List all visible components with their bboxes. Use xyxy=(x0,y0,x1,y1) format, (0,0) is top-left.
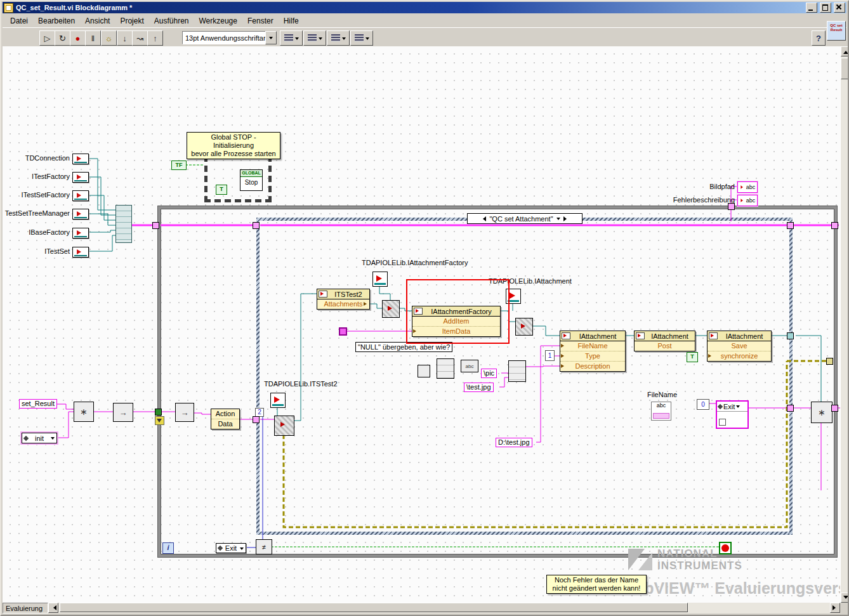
case-dropdown-icon[interactable] xyxy=(556,218,560,222)
shift-register-left[interactable] xyxy=(155,416,164,425)
build-path-node[interactable] xyxy=(437,358,454,379)
run-mode-status[interactable]: Evaluierung xyxy=(3,603,48,613)
numeric-constant-two[interactable]: 2 xyxy=(255,408,264,417)
maximize-button[interactable] xyxy=(820,3,831,13)
obtain-queue-node[interactable]: ∗ xyxy=(74,402,94,422)
menu-fenster[interactable]: Fenster xyxy=(242,15,279,27)
loop-tunnel-queue[interactable] xyxy=(155,409,162,416)
step-over-button[interactable]: ↝ xyxy=(132,30,148,46)
align-objects-dropdown[interactable] xyxy=(280,30,303,46)
bildpfad-indicator[interactable]: abc xyxy=(737,181,758,193)
step-into-button[interactable]: ↓ xyxy=(117,30,133,46)
property-node-iattachment[interactable]: IAttachment FileName Type Description xyxy=(560,331,626,372)
scroll-right-button[interactable] xyxy=(830,603,840,613)
refnum-terminal-tdconnection[interactable] xyxy=(72,154,89,164)
scroll-left-button[interactable] xyxy=(48,603,58,613)
title-bar[interactable]: QC_set_Result.vi Blockdiagramm * xyxy=(3,2,846,13)
loop-tunnel-error[interactable] xyxy=(826,358,833,365)
numeric-constant-one[interactable]: 1 xyxy=(545,350,555,361)
string-constant-pic[interactable]: \pic xyxy=(481,369,497,378)
filename-string-control[interactable]: abc xyxy=(651,402,671,421)
loop-tunnel-cluster-out[interactable] xyxy=(831,222,838,229)
horizontal-scroll-thumb[interactable] xyxy=(60,603,688,612)
case-tunnel-cluster-out[interactable] xyxy=(787,222,794,229)
variant-to-data-node[interactable] xyxy=(274,416,294,436)
refnum-terminal-ibasefactory[interactable] xyxy=(72,228,89,239)
to-more-specific-class-node[interactable] xyxy=(382,300,400,318)
boolean-tf-terminal[interactable]: TF xyxy=(171,161,187,170)
string-constant-testjpg[interactable]: \test.jpg xyxy=(464,383,494,392)
string-constant-dtestjpg[interactable]: D:\test.jpg xyxy=(496,438,532,447)
vi-icon-pane[interactable]: QC set Result xyxy=(827,21,846,41)
concatenate-strings-node[interactable] xyxy=(508,360,526,382)
menu-projekt[interactable]: Projekt xyxy=(115,15,148,27)
property-row-type[interactable]: Type xyxy=(560,351,625,362)
vertical-scrollbar[interactable] xyxy=(840,46,849,603)
minimize-button[interactable] xyxy=(806,3,817,13)
menu-datei[interactable]: Datei xyxy=(5,15,33,27)
not-equal-node[interactable]: ≠ xyxy=(256,539,272,554)
close-button[interactable] xyxy=(834,3,845,13)
menu-ausfuehren[interactable]: Ausführen xyxy=(149,15,194,27)
vertical-scroll-thumb[interactable] xyxy=(841,58,849,79)
loop-tunnel-indicator[interactable] xyxy=(728,203,735,210)
iteration-terminal[interactable]: i xyxy=(162,542,174,554)
menu-ansicht[interactable]: Ansicht xyxy=(80,15,115,27)
case-tunnel-data[interactable] xyxy=(253,416,260,423)
set-result-label[interactable]: set_Result xyxy=(19,399,57,409)
block-diagram-canvas[interactable]: NATIONAL INSTRUMENTS LabVIEW™ Evaluierun… xyxy=(3,46,840,603)
case-prev-icon[interactable] xyxy=(480,216,486,221)
exit-enum-frame[interactable]: Exit xyxy=(716,400,749,429)
horizontal-scroll-track[interactable] xyxy=(58,603,830,613)
property-row-attachments[interactable]: Attachments xyxy=(317,299,369,309)
reorder-objects-dropdown[interactable] xyxy=(350,30,373,46)
highlight-execution-button[interactable]: ☼ xyxy=(101,30,117,46)
red-highlight-rectangle[interactable] xyxy=(406,279,510,344)
dequeue-node[interactable]: → xyxy=(175,403,194,422)
bundle-node-action-data[interactable]: Action Data xyxy=(211,409,240,429)
invoke-node-save[interactable]: IAttachment Save synchronize xyxy=(707,331,772,362)
empty-string-terminal[interactable] xyxy=(339,327,347,336)
case-tunnel-string[interactable] xyxy=(787,405,794,412)
exit-enum[interactable]: Exit xyxy=(717,402,747,412)
property-row-filename[interactable]: FileName xyxy=(560,341,625,351)
refnum-terminal-testsettreemanager[interactable] xyxy=(72,209,89,220)
run-continuous-button[interactable]: ↻ xyxy=(55,30,70,46)
case-selector-label[interactable]: "QC set Attachment" xyxy=(467,213,582,224)
true-constant-synchronize[interactable]: T xyxy=(687,352,698,362)
build-array-node[interactable] xyxy=(115,205,132,243)
abort-button[interactable]: ● xyxy=(70,30,86,46)
to-string-node[interactable]: abc xyxy=(461,360,478,372)
enum-dropdown-icon[interactable] xyxy=(51,437,55,442)
exit-enum-constant-bottom[interactable]: Exit xyxy=(216,543,246,553)
enum-dropdown-icon[interactable] xyxy=(736,405,740,410)
release-queue-node[interactable]: ∗ xyxy=(811,402,833,423)
name-bug-note[interactable]: Noch Fehler das der Name nicht geändert … xyxy=(546,575,647,594)
font-settings-arrow[interactable] xyxy=(265,31,277,44)
case-tunnel-refnum[interactable] xyxy=(787,332,794,339)
class-cube-iattachmentfactory[interactable] xyxy=(372,272,388,287)
menu-hilfe[interactable]: Hilfe xyxy=(279,15,304,27)
resize-objects-dropdown[interactable] xyxy=(327,30,350,46)
refnum-terminal-itestsetfactory[interactable] xyxy=(72,190,89,201)
menu-werkzeuge[interactable]: Werkzeuge xyxy=(194,15,242,27)
init-enum-constant[interactable]: init xyxy=(22,433,57,443)
global-stop-note[interactable]: Global STOP - Initialisierung bevor alle… xyxy=(187,132,280,159)
path-constant-icon[interactable] xyxy=(418,365,430,377)
invoke-row-save[interactable]: Save xyxy=(708,341,771,351)
case-tunnel-cluster-in[interactable] xyxy=(253,222,260,229)
scroll-down-button[interactable] xyxy=(841,593,849,603)
loop-tunnel-string[interactable] xyxy=(831,405,838,412)
font-settings-dropdown[interactable]: 13pt Anwendungsschriftart xyxy=(182,31,271,44)
bundle-row-action[interactable]: Action xyxy=(211,409,239,419)
to-more-specific-class-node-2[interactable] xyxy=(515,318,533,336)
bundle-row-data[interactable]: Data xyxy=(211,419,239,429)
invoke-node-post[interactable]: IAttachment Post xyxy=(634,331,695,351)
true-constant[interactable]: T xyxy=(216,185,227,195)
loop-tunnel-cluster-in[interactable] xyxy=(152,222,159,229)
invoke-row-synchronize[interactable]: synchronize xyxy=(708,351,771,361)
property-row-description[interactable]: Description xyxy=(560,362,625,371)
case-next-icon[interactable] xyxy=(563,216,569,221)
help-button[interactable]: ? xyxy=(812,30,826,46)
fehlerbeschreibung-indicator[interactable]: abc xyxy=(737,195,758,206)
